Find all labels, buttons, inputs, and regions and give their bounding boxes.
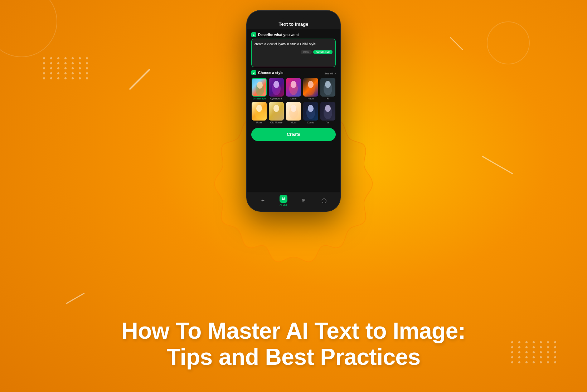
style-thumb-neon bbox=[303, 78, 318, 97]
phone-mockup: Text to Image 1 Describe what you want c… bbox=[247, 11, 340, 211]
style-name-comic: Comic bbox=[307, 121, 314, 124]
svg-point-7 bbox=[308, 81, 314, 88]
svg-point-3 bbox=[273, 81, 279, 88]
nav-item-favorites[interactable]: ⊞ bbox=[300, 197, 308, 205]
nav-icon-favorites: ⊞ bbox=[300, 197, 308, 205]
phone-body: Text to Image 1 Describe what you want c… bbox=[247, 11, 340, 211]
svg-point-13 bbox=[273, 105, 279, 112]
section-2-label: 2 Choose a style bbox=[251, 70, 283, 75]
style-name-cyberpunk: Cyberpunk bbox=[270, 97, 282, 100]
bottom-nav: + Ai AI Lab ⊞ ◯ bbox=[247, 192, 340, 211]
style-name-neon: Neon bbox=[308, 97, 314, 100]
svg-point-15 bbox=[291, 105, 296, 112]
nav-item-add[interactable]: + bbox=[259, 197, 267, 205]
nav-icon-ailab: Ai bbox=[280, 195, 287, 203]
phone-title: Text to Image bbox=[279, 21, 309, 27]
heading-line1: How To Master AI Text to Image: bbox=[29, 318, 558, 344]
section-1-title: Describe what you want bbox=[258, 33, 299, 37]
style-section-header: 2 Choose a style See All > bbox=[251, 70, 336, 77]
style-thumb-mom bbox=[286, 102, 301, 121]
phone-content: 1 Describe what you want create a view o… bbox=[247, 29, 340, 192]
style-item-oldmoney[interactable]: Old Money bbox=[268, 102, 284, 124]
prompt-text: create a view of kyoto in Studio Ghibli … bbox=[254, 42, 333, 46]
section-2-number: 2 bbox=[251, 70, 256, 75]
main-heading: How To Master AI Text to Image: Tips and… bbox=[0, 318, 587, 371]
circle-decoration-2 bbox=[487, 21, 530, 64]
section-1-number: 1 bbox=[251, 32, 256, 37]
style-grid-row2: Pixar Old Money Mom bbox=[251, 102, 336, 124]
nav-icon-add: + bbox=[259, 197, 267, 205]
heading-line2: Tips and Best Practices bbox=[29, 344, 558, 371]
prompt-actions: Clear Surprise Me bbox=[254, 50, 333, 54]
style-item-laser[interactable]: Laser bbox=[286, 78, 301, 100]
style-item-neon[interactable]: Neon bbox=[303, 78, 319, 100]
style-thumb-laser bbox=[286, 78, 301, 97]
see-all-link[interactable]: See All > bbox=[324, 72, 336, 75]
style-name-va: Va bbox=[326, 121, 329, 124]
svg-point-1 bbox=[257, 82, 263, 89]
style-grid-row1: Ghibilscape Cyberpunk Lase bbox=[251, 78, 336, 100]
style-item-comic[interactable]: Comic bbox=[303, 102, 319, 124]
svg-point-19 bbox=[325, 105, 331, 112]
nav-item-profile[interactable]: ◯ bbox=[320, 197, 328, 205]
style-thumb-fi bbox=[320, 78, 335, 97]
style-name-fi: Fi bbox=[327, 97, 329, 100]
dot-grid-top-left bbox=[43, 57, 90, 79]
style-name-pixar: Pixar bbox=[256, 121, 262, 124]
svg-point-17 bbox=[308, 105, 314, 112]
style-name-mom: Mom bbox=[291, 121, 296, 124]
style-item-ghibli[interactable]: Ghibilscape bbox=[251, 78, 267, 100]
section-2: 2 Choose a style See All > Ghibilscape bbox=[251, 70, 336, 124]
style-thumb-comic bbox=[303, 102, 318, 121]
style-item-pixar[interactable]: Pixar bbox=[251, 102, 267, 124]
svg-point-9 bbox=[325, 81, 331, 88]
surprise-button[interactable]: Surprise Me bbox=[313, 50, 333, 54]
style-thumb-va bbox=[320, 102, 335, 121]
phone-notch bbox=[279, 11, 308, 19]
style-name-oldmoney: Old Money bbox=[270, 121, 282, 124]
style-thumb-pixar bbox=[252, 102, 267, 121]
style-thumb-ghibli bbox=[252, 78, 267, 97]
section-1-label: 1 Describe what you want bbox=[251, 32, 336, 37]
style-item-mom[interactable]: Mom bbox=[286, 102, 301, 124]
prompt-box[interactable]: create a view of kyoto in Studio Ghibli … bbox=[251, 39, 336, 67]
svg-point-5 bbox=[291, 81, 296, 88]
style-name-ghibli: Ghibilscape bbox=[253, 97, 266, 100]
style-thumb-cyberpunk bbox=[269, 78, 284, 97]
svg-point-11 bbox=[256, 105, 262, 112]
style-name-laser: Laser bbox=[290, 97, 297, 100]
nav-icon-profile: ◯ bbox=[320, 197, 328, 205]
nav-label-ailab: AI Lab bbox=[280, 204, 287, 206]
phone-screen: Text to Image 1 Describe what you want c… bbox=[247, 11, 340, 211]
create-button[interactable]: Create bbox=[251, 128, 336, 141]
style-item-va[interactable]: Va bbox=[320, 102, 336, 124]
style-thumb-oldmoney bbox=[269, 102, 284, 121]
clear-button[interactable]: Clear bbox=[301, 50, 312, 54]
style-item-cyberpunk[interactable]: Cyberpunk bbox=[268, 78, 284, 100]
section-1: 1 Describe what you want create a view o… bbox=[251, 32, 336, 67]
style-item-fi[interactable]: Fi bbox=[320, 78, 336, 100]
section-2-title: Choose a style bbox=[258, 71, 283, 75]
nav-item-ailab[interactable]: Ai AI Lab bbox=[280, 195, 287, 206]
